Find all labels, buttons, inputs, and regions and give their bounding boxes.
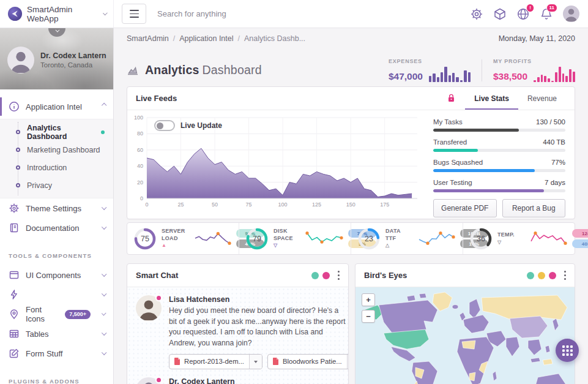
sidebar-item-tables[interactable]: Tables <box>0 324 113 344</box>
chat-message: Dr. Codex Lantern Thanks for the file! Y… <box>136 377 340 384</box>
svg-text:25: 25 <box>178 201 184 208</box>
brand[interactable]: SmartAdmin WebApp <box>0 0 114 28</box>
chevron-down-icon <box>102 272 106 277</box>
chat-avatar-lisa[interactable] <box>136 295 162 321</box>
stat-tiles-row: 75 Server Load▲ 97% 44% 79 Disk Space▽ 7… <box>127 222 575 255</box>
app-logo-icon <box>7 6 23 21</box>
birds-eyes-panel: Bird's Eyes + − <box>355 263 575 384</box>
attachment-chip[interactable]: Report-2013-dem... <box>169 354 262 369</box>
zoom-out-button[interactable]: − <box>362 310 375 323</box>
toggle-switch[interactable] <box>154 120 175 131</box>
status-dot-pink[interactable] <box>549 272 556 279</box>
chevron-down-icon <box>102 225 106 230</box>
svg-text:0: 0 <box>140 195 143 201</box>
sidebar-nav: Application Intel Analytics Dashboard Ma… <box>0 89 113 384</box>
breadcrumb-item[interactable]: SmartAdmin <box>127 34 169 43</box>
sidebar-item-label: Theme Settings <box>26 204 81 213</box>
status-dot-pink[interactable] <box>322 272 330 279</box>
progress-fill <box>433 129 519 132</box>
live-update-toggle[interactable]: Live Update <box>154 120 222 131</box>
tab-revenue[interactable]: Revenue <box>518 87 566 110</box>
disk-space-sparkline <box>305 229 344 249</box>
world-map[interactable]: + − <box>355 287 575 384</box>
kebab-menu-icon[interactable] <box>564 270 566 281</box>
bullet-icon <box>16 130 20 134</box>
tile-label: Disk Space <box>274 228 293 241</box>
svg-text:40: 40 <box>137 163 143 169</box>
section-label-tools: Tools & Components <box>0 238 113 265</box>
generate-pdf-button[interactable]: Generate PDF <box>433 199 497 217</box>
current-date: Monday, May 11, 2020 <box>499 34 575 43</box>
svg-text:36: 36 <box>477 235 485 243</box>
grid-icon <box>562 345 573 356</box>
attachment-name: Report-2013-dem... <box>184 358 249 365</box>
application-intel-submenu: Analytics Dashboard Marketing Dashboard … <box>0 119 113 198</box>
attachment-chip[interactable]: Bloodworks Patie... <box>267 354 348 369</box>
server-load-sparkline <box>193 229 232 249</box>
notifications-bell-icon[interactable]: 11 <box>540 7 553 21</box>
search-input[interactable] <box>146 9 470 18</box>
status-dot-yellow[interactable] <box>538 272 545 279</box>
sidebar-item-privacy[interactable]: Privacy <box>0 176 113 194</box>
apps-cube-icon[interactable] <box>493 7 507 21</box>
settings-gear-icon[interactable] <box>470 7 483 21</box>
data-ttf-donut: 23 <box>357 227 381 251</box>
stat-label: My Tasks <box>433 118 463 126</box>
profile-card: Dr. Codex Lantern Toronto, Canada <box>0 28 113 89</box>
quick-menu-fab[interactable] <box>556 339 579 362</box>
pdf-file-icon <box>273 358 279 365</box>
sidebar-item-font-icons[interactable]: Font Icons 7,500+ <box>0 304 113 324</box>
tile-label: Data TTF <box>385 228 401 241</box>
stat-value: 77% <box>551 159 565 166</box>
svg-text:0: 0 <box>145 201 148 208</box>
tab-live-stats[interactable]: Live Stats <box>465 87 518 110</box>
caret-down-icon[interactable] <box>347 355 348 369</box>
live-stats-chart: Live Update 0204060801000255075100125150… <box>127 110 424 219</box>
book-icon <box>9 222 20 233</box>
data-ttf-sparkline <box>417 229 456 249</box>
sidebar-item-utilities[interactable] <box>0 285 113 304</box>
breadcrumb: SmartAdmin/ Application Intel/ Analytics… <box>114 28 588 49</box>
chevron-down-icon <box>102 292 106 296</box>
sidebar-item-form-stuff[interactable]: Form Stuff <box>0 344 113 363</box>
sidebar-item-application-intel[interactable]: Application Intel <box>0 96 113 118</box>
sidebar-item-label: Marketing Dashboard <box>27 146 100 154</box>
sidebar-item-label: Documentation <box>26 224 79 233</box>
report-bug-button[interactable]: Report a Bug <box>502 199 566 217</box>
caret-down-icon[interactable] <box>249 355 262 369</box>
sidebar: Dr. Codex Lantern Toronto, Canada Applic… <box>0 28 114 384</box>
sidebar-item-marketing-dashboard[interactable]: Marketing Dashboard <box>0 141 113 159</box>
bottom-row: Smart Chat Lisa Hatchensen <box>127 263 575 384</box>
kebab-menu-icon[interactable] <box>338 270 340 281</box>
zoom-in-button[interactable]: + <box>362 293 375 306</box>
status-dot-teal[interactable] <box>527 272 534 279</box>
stat-tile-server-load[interactable]: 75 Server Load▲ 97% 44% <box>127 223 239 254</box>
sidebar-item-label: Privacy <box>27 181 52 190</box>
stat-tile-temp[interactable]: 36 Temp.▽ 124 40F <box>463 223 575 254</box>
main-content: SmartAdmin/ Application Intel/ Analytics… <box>114 28 588 384</box>
profile-avatar[interactable] <box>7 47 34 73</box>
status-dot-teal[interactable] <box>311 272 319 279</box>
live-feeds-stats: My Tasks130 / 500 Transfered440 TB Bugs … <box>424 110 575 219</box>
sidebar-item-theme-settings[interactable]: Theme Settings <box>0 198 113 218</box>
chat-avatar-codex[interactable] <box>136 377 162 384</box>
kpi-expenses: EXPENSES $47,000 <box>389 58 471 82</box>
online-status-dot <box>155 377 162 383</box>
menu-toggle-button[interactable] <box>122 4 146 24</box>
sidebar-item-ui-components[interactable]: UI Components <box>0 265 113 285</box>
tile-badge: 40F <box>572 239 588 248</box>
sidebar-item-label: Analytics Dashboard <box>27 124 101 141</box>
language-globe-icon[interactable]: ! <box>516 7 530 21</box>
smart-chat-panel: Smart Chat Lisa Hatchensen <box>127 263 349 384</box>
user-avatar[interactable] <box>563 6 579 22</box>
stat-tile-data-ttf[interactable]: 23 Data TTF△ 100B 10% <box>351 223 463 254</box>
sidebar-item-analytics-dashboard[interactable]: Analytics Dashboard <box>0 123 113 141</box>
window-icon <box>9 269 20 280</box>
sidebar-item-documentation[interactable]: Documentation <box>0 218 113 238</box>
breadcrumb-item[interactable]: Application Intel <box>179 34 233 43</box>
stat-tile-disk-space[interactable]: 79 Disk Space▽ 76% 3% <box>239 223 351 254</box>
sidebar-item-introduction[interactable]: Introduction <box>0 159 113 176</box>
gear-icon <box>9 203 20 214</box>
profile-name: Dr. Codex Lantern <box>40 51 106 60</box>
trend-down-icon: ▽ <box>274 243 300 249</box>
